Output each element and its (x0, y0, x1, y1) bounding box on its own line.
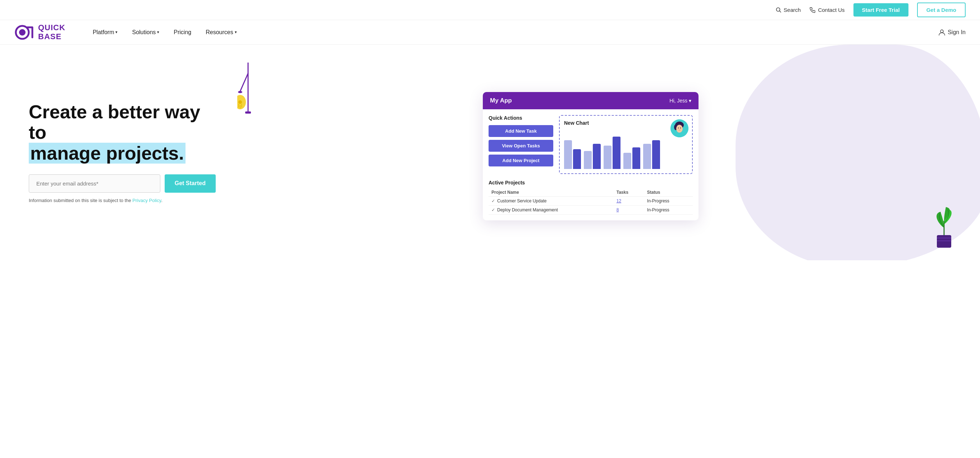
chart-bar-light (604, 146, 611, 169)
chart-bar-dark (652, 140, 660, 169)
avatar (670, 119, 689, 137)
bar-group (564, 140, 581, 169)
nav-pricing[interactable]: Pricing (168, 26, 197, 38)
chart-bar-light (584, 151, 592, 169)
col-tasks: Tasks (614, 188, 644, 197)
chart-bar-light (624, 153, 631, 169)
lamp-decoration (237, 62, 259, 134)
active-projects-title: Active Projects (488, 180, 693, 186)
bar-group (643, 140, 660, 169)
add-new-project-button[interactable]: Add New Project (488, 154, 553, 167)
nav-solutions[interactable]: Solutions ▾ (126, 26, 165, 38)
signin-label: Sign In (948, 29, 966, 36)
get-started-button[interactable]: Get Started (165, 174, 216, 193)
svg-rect-10 (245, 111, 251, 114)
logo-text: QUICK BASE (38, 23, 65, 41)
svg-point-3 (19, 29, 25, 36)
chevron-down-icon: ▾ (157, 30, 159, 35)
svg-point-19 (680, 127, 681, 128)
start-trial-button[interactable]: Start Free Trial (853, 3, 908, 16)
logo-icon (14, 22, 35, 43)
quick-actions-title: Quick Actions (488, 115, 553, 121)
email-input[interactable] (29, 174, 160, 193)
chart-panel: New Chart (559, 115, 693, 174)
bar-group (624, 147, 640, 169)
hero-right: My App Hi, Jess ▾ Quick Actions Add New … (216, 59, 966, 246)
nav-platform[interactable]: Platform ▾ (87, 26, 124, 38)
search-button[interactable]: Search (776, 7, 801, 13)
signin-button[interactable]: Sign In (938, 29, 966, 36)
hero-section: Create a better way to manage projects. … (0, 45, 980, 260)
search-label: Search (784, 7, 801, 13)
phone-icon (809, 7, 816, 13)
get-demo-button[interactable]: Get a Demo (917, 3, 966, 17)
chart-bar-light (643, 144, 651, 169)
hero-title: Create a better way to manage projects. (29, 102, 216, 164)
svg-rect-20 (937, 235, 951, 248)
projects-table: Project Name Tasks Status ✓Customer Serv… (488, 188, 693, 215)
app-title: My App (490, 97, 512, 104)
nav-links: Platform ▾ Solutions ▾ Pricing Resources… (87, 26, 938, 38)
plant-decoration (930, 206, 958, 250)
chart-bar-dark (593, 144, 601, 169)
svg-point-4 (940, 30, 943, 33)
chart-bar-dark (573, 149, 581, 169)
svg-line-6 (240, 73, 248, 91)
hero-left: Create a better way to manage projects. … (29, 102, 216, 203)
privacy-policy-link[interactable]: Privacy Policy (132, 198, 161, 203)
project-name-cell: ✓Deploy Document Management (488, 205, 614, 214)
chart-bar-light (564, 140, 572, 169)
table-row: ✓Customer Service Update 12 In-Progress (488, 196, 693, 205)
main-nav: QUICK BASE Platform ▾ Solutions ▾ Pricin… (0, 20, 980, 45)
app-window: My App Hi, Jess ▾ Quick Actions Add New … (483, 92, 698, 220)
svg-line-1 (780, 11, 781, 12)
chevron-down-icon: ▾ (235, 30, 237, 35)
app-body: Quick Actions Add New Task View Open Tas… (483, 109, 698, 180)
bar-group (584, 144, 601, 169)
chart-bars (564, 129, 688, 169)
svg-point-18 (678, 127, 679, 128)
app-greeting: Hi, Jess ▾ (670, 98, 691, 103)
svg-point-17 (676, 125, 683, 133)
add-new-task-button[interactable]: Add New Task (488, 125, 553, 137)
table-row: ✓Deploy Document Management 8 In-Progres… (488, 205, 693, 214)
app-header: My App Hi, Jess ▾ (483, 92, 698, 109)
search-icon (776, 7, 781, 13)
avatar-image (670, 119, 689, 137)
tasks-cell[interactable]: 8 (614, 205, 644, 214)
hero-form: Get Started (29, 174, 216, 193)
col-status: Status (644, 188, 693, 197)
active-projects-panel: Active Projects Project Name Tasks Statu… (483, 180, 698, 220)
quick-actions-panel: Quick Actions Add New Task View Open Tas… (488, 115, 553, 174)
col-project-name: Project Name (488, 188, 614, 197)
project-name-cell: ✓Customer Service Update (488, 196, 614, 205)
view-open-tasks-button[interactable]: View Open Tasks (488, 140, 553, 152)
status-cell: In-Progress (644, 196, 693, 205)
privacy-note: Information submitted on this site is su… (29, 198, 216, 203)
svg-point-7 (238, 91, 242, 93)
chart-bar-dark (612, 137, 620, 169)
chart-title: New Chart (564, 120, 688, 126)
chart-bar-dark (632, 147, 640, 169)
svg-point-9 (239, 100, 242, 104)
tasks-cell[interactable]: 12 (614, 196, 644, 205)
quick-actions-buttons: Add New Task View Open Tasks Add New Pro… (488, 125, 553, 167)
nav-resources[interactable]: Resources ▾ (200, 26, 242, 38)
user-icon (938, 29, 945, 36)
status-cell: In-Progress (644, 205, 693, 214)
logo[interactable]: QUICK BASE (14, 22, 65, 43)
top-bar: Search Contact Us Start Free Trial Get a… (0, 0, 980, 20)
contact-button[interactable]: Contact Us (809, 7, 845, 13)
bar-group (604, 137, 620, 169)
contact-label: Contact Us (818, 7, 845, 13)
chevron-down-icon: ▾ (115, 30, 118, 35)
